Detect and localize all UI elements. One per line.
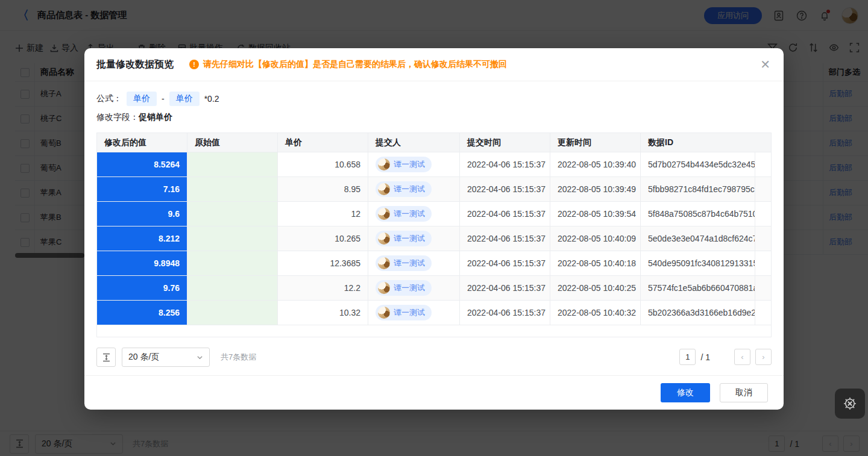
formula-label: 公式： xyxy=(96,93,122,104)
warning-icon: ! xyxy=(189,60,199,69)
modified-field-label: 修改字段： xyxy=(96,112,139,122)
cell-submit-time: 2022-04-06 15:15:37 xyxy=(460,276,550,300)
next-page-icon[interactable]: › xyxy=(755,349,772,365)
cell-unit-price: 12 xyxy=(278,202,368,226)
modal-title: 批量修改数据预览 xyxy=(96,58,174,71)
submitter-name: 谭一测试 xyxy=(394,159,425,170)
cell-new-value: 8.256 xyxy=(97,301,187,325)
cell-update-time: 2022-08-05 10:39:49 xyxy=(550,177,641,201)
cell-submit-time: 2022-04-06 15:15:37 xyxy=(460,226,550,251)
table-row: 9.76 12.2 谭一测试 2022-04-06 15:15:37 2022-… xyxy=(97,276,771,301)
page-size-select[interactable]: 20 条/页 xyxy=(122,348,210,367)
cell-original-value xyxy=(187,251,278,275)
cell-spacer xyxy=(755,276,771,300)
confirm-modify-button[interactable]: 修改 xyxy=(661,383,710,402)
cell-data-id: 5fbb98271c84fd1ec798795c xyxy=(641,177,755,201)
cell-new-value: 7.16 xyxy=(97,177,187,201)
batch-edit-preview-modal: 批量修改数据预览 ! 请先仔细对比【修改后的值】是否是自己需要的结果后，确认修改… xyxy=(84,48,784,410)
column-header: 单价 xyxy=(278,133,368,152)
submitter-pill[interactable]: 谭一测试 xyxy=(376,181,432,197)
cell-submitter: 谭一测试 xyxy=(368,251,460,275)
table-row: 7.16 8.95 谭一测试 2022-04-06 15:15:37 2022-… xyxy=(97,177,771,202)
cell-update-time: 2022-08-05 10:40:18 xyxy=(550,251,641,275)
cell-submit-time: 2022-04-06 15:15:37 xyxy=(460,177,550,201)
cell-original-value xyxy=(187,301,278,325)
warning-text: 请先仔细对比【修改后的值】是否是自己需要的结果后，确认修改后结果不可撤回 xyxy=(203,59,507,70)
cell-submitter: 谭一测试 xyxy=(368,177,460,201)
preview-table-header: 修改后的值 原始值 单价 提交人 提交时间 更新时间 数据ID xyxy=(97,133,771,152)
modal-pagination: 20 条/页 共7条数据 1 / 1 ‹ › xyxy=(96,348,772,367)
submitter-name: 谭一测试 xyxy=(394,283,425,293)
modal-header: 批量修改数据预览 ! 请先仔细对比【修改后的值】是否是自己需要的结果后，确认修改… xyxy=(84,48,784,81)
submitter-avatar xyxy=(378,183,390,195)
modal-warning: ! 请先仔细对比【修改后的值】是否是自己需要的结果后，确认修改后结果不可撤回 xyxy=(189,59,507,70)
preview-table: 修改后的值 原始值 单价 提交人 提交时间 更新时间 数据ID 8.5264 1… xyxy=(96,133,772,337)
submitter-name: 谭一测试 xyxy=(394,258,425,269)
cell-spacer xyxy=(755,251,771,275)
cell-submitter: 谭一测试 xyxy=(368,301,460,325)
cell-data-id: 540de95091fc340812913315 xyxy=(641,251,755,275)
cell-unit-price: 12.2 xyxy=(278,276,368,300)
cell-original-value xyxy=(187,202,278,226)
cell-submitter: 谭一测试 xyxy=(368,226,460,251)
cell-original-value xyxy=(187,276,278,300)
submitter-pill[interactable]: 谭一测试 xyxy=(376,157,432,172)
page-of: / 1 xyxy=(700,352,710,362)
cell-spacer xyxy=(755,202,771,226)
submitter-pill[interactable]: 谭一测试 xyxy=(376,231,432,246)
modified-field-row: 修改字段：促销单价 xyxy=(96,112,172,123)
cell-original-value xyxy=(187,226,278,251)
submitter-avatar xyxy=(378,158,390,170)
settings-gear-button[interactable] xyxy=(835,389,865,419)
submitter-pill[interactable]: 谭一测试 xyxy=(376,305,432,320)
cell-unit-price: 8.95 xyxy=(278,177,368,201)
cell-submit-time: 2022-04-06 15:15:37 xyxy=(460,301,550,325)
cell-submitter: 谭一测试 xyxy=(368,276,460,300)
formula-operator: - xyxy=(162,94,165,104)
cell-submit-time: 2022-04-06 15:15:37 xyxy=(460,251,550,275)
submitter-name: 谭一测试 xyxy=(394,233,425,244)
cell-submitter: 谭一测试 xyxy=(368,152,460,176)
formula-suffix: *0.2 xyxy=(204,94,219,104)
table-row: 8.212 10.265 谭一测试 2022-04-06 15:15:37 20… xyxy=(97,226,771,251)
cell-original-value xyxy=(187,177,278,201)
submitter-pill[interactable]: 谭一测试 xyxy=(376,206,432,222)
submitter-avatar xyxy=(378,307,390,319)
cell-data-id: 57574fc1e5ab6b660470881a xyxy=(641,276,755,300)
cell-new-value: 8.5264 xyxy=(97,152,187,176)
submitter-avatar xyxy=(378,282,390,294)
cell-new-value: 9.8948 xyxy=(97,251,187,275)
cell-data-id: 5d7b02754b4434e5dc32e45b xyxy=(641,152,755,176)
cell-submit-time: 2022-04-06 15:15:37 xyxy=(460,152,550,176)
table-row: 8.5264 10.658 谭一测试 2022-04-06 15:15:37 2… xyxy=(97,152,771,177)
table-row: 9.8948 12.3685 谭一测试 2022-04-06 15:15:37 … xyxy=(97,251,771,276)
close-icon[interactable]: ✕ xyxy=(760,58,770,70)
submitter-pill[interactable]: 谭一测试 xyxy=(376,255,432,271)
cell-update-time: 2022-08-05 10:39:40 xyxy=(550,152,641,176)
cell-submit-time: 2022-04-06 15:15:37 xyxy=(460,202,550,226)
formula-row: 公式： 单价 - 单价 *0.2 xyxy=(96,92,219,106)
submitter-avatar xyxy=(378,233,390,245)
row-height-icon[interactable] xyxy=(96,348,116,367)
formula-field-tag[interactable]: 单价 xyxy=(127,92,157,106)
column-header: 修改后的值 xyxy=(97,133,187,152)
cell-data-id: 5f848a75085c87b4c64b7510 xyxy=(641,202,755,226)
cell-new-value: 8.212 xyxy=(97,226,187,251)
table-row: 8.256 10.32 谭一测试 2022-04-06 15:15:37 202… xyxy=(97,301,771,325)
cell-spacer xyxy=(755,301,771,325)
cell-unit-price: 10.658 xyxy=(278,152,368,176)
cell-unit-price: 10.32 xyxy=(278,301,368,325)
cell-update-time: 2022-08-05 10:40:09 xyxy=(550,226,641,251)
cell-spacer xyxy=(755,177,771,201)
formula-field-tag[interactable]: 单价 xyxy=(169,92,200,106)
column-header: 更新时间 xyxy=(550,133,641,152)
cell-new-value: 9.76 xyxy=(97,276,187,300)
submitter-avatar xyxy=(378,257,390,269)
cancel-button[interactable]: 取消 xyxy=(720,383,768,402)
total-count: 共7条数据 xyxy=(221,352,256,363)
page-number[interactable]: 1 xyxy=(679,349,696,365)
submitter-pill[interactable]: 谭一测试 xyxy=(376,280,432,296)
cell-spacer xyxy=(755,226,771,251)
cell-update-time: 2022-08-05 10:40:32 xyxy=(550,301,641,325)
prev-page-icon[interactable]: ‹ xyxy=(734,349,750,365)
